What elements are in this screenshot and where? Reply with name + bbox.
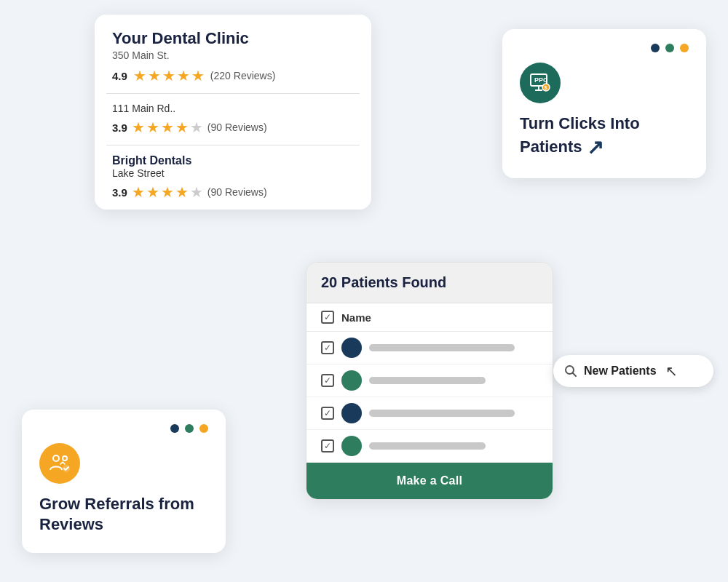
star-1: ★ [133, 67, 146, 84]
row3-name-line [369, 410, 515, 417]
search-icon [563, 364, 578, 378]
make-call-button[interactable]: Make a Call [306, 463, 553, 499]
star-2: ★ [148, 67, 161, 84]
search-text: New Patients [584, 364, 657, 378]
header-checkbox[interactable]: ✓ [321, 311, 334, 324]
svg-line-7 [573, 373, 577, 377]
sub-1-review-count: (90 Reviews) [207, 121, 267, 133]
svg-point-8 [53, 455, 59, 461]
row1-name-line [369, 344, 515, 351]
dot-green [665, 44, 674, 52]
patient-row-2: ✓ [306, 364, 553, 397]
cursor-icon: ↖ [665, 362, 678, 380]
referrals-icon [47, 451, 72, 476]
ppc-card: PPC $ Turn Clicks Into Patients ↗ [502, 29, 706, 178]
clinic-header: Your Dental Clinic 350 Main St. 4.9 ★ ★ … [95, 15, 371, 93]
clinic-address: 350 Main St. [112, 49, 354, 61]
patients-header: 20 Patients Found [306, 263, 553, 303]
row2-name-line [369, 377, 486, 384]
star-4: ★ [177, 67, 190, 84]
ppc-icon-wrap: PPC $ [520, 63, 561, 103]
rating-number: 4.9 [112, 70, 127, 82]
clinic-rating: 4.9 ★ ★ ★ ★ ★ (220 Reviews) [112, 67, 354, 84]
svg-text:$: $ [545, 85, 547, 91]
row4-avatar [341, 436, 362, 456]
col-name-label: Name [341, 311, 371, 324]
patient-row-4: ✓ [306, 430, 553, 463]
referrals-dots [39, 424, 208, 433]
ref-dot-blue [170, 424, 179, 433]
patient-row-3: ✓ [306, 397, 553, 430]
svg-point-9 [63, 456, 67, 461]
row2-avatar [341, 370, 362, 391]
row3-checkbox[interactable]: ✓ [321, 407, 334, 420]
svg-text:PPC: PPC [534, 76, 548, 84]
row4-name-line [369, 442, 486, 450]
sub-clinic-2-name: Bright Dentals [112, 154, 354, 167]
ref-dot-green [185, 424, 194, 433]
sub-clinic-1-rating: 3.9 ★ ★ ★ ★ ★ (90 Reviews) [112, 119, 354, 136]
dental-clinic-card: Your Dental Clinic 350 Main St. 4.9 ★ ★ … [95, 15, 371, 210]
clinic-name: Your Dental Clinic [112, 29, 354, 48]
referrals-card: Grow Referrals from Reviews [22, 410, 226, 553]
ppc-icon: PPC $ [529, 71, 552, 95]
sub-2-rating-num: 3.9 [112, 186, 127, 199]
ref-dot-yellow [199, 424, 208, 433]
review-count: (220 Reviews) [210, 70, 275, 81]
referrals-icon-wrap [39, 443, 80, 484]
patients-title: 20 Patients Found [321, 274, 538, 291]
sub-2-review-count: (90 Reviews) [207, 186, 267, 198]
row1-avatar [341, 338, 362, 358]
star-3: ★ [162, 67, 175, 84]
dot-blue [651, 44, 660, 52]
ppc-title: Turn Clicks Into Patients ↗ [520, 113, 689, 161]
row3-avatar [341, 403, 362, 423]
stars-row: ★ ★ ★ ★ ★ [133, 67, 205, 84]
sub-clinic-1-address: 111 Main Rd.. [112, 103, 354, 114]
referrals-title: Grow Referrals from Reviews [39, 494, 208, 535]
patients-card: 20 Patients Found ✓ Name ✓ ✓ ✓ ✓ Make a … [306, 262, 553, 500]
ppc-dots [520, 44, 689, 52]
sub-clinic-2: Bright Dentals Lake Street 3.9 ★ ★ ★ ★ ★… [95, 146, 371, 210]
search-bar[interactable]: New Patients ↖ [553, 355, 713, 387]
sub-clinic-1: 111 Main Rd.. 3.9 ★ ★ ★ ★ ★ (90 Reviews) [95, 94, 371, 145]
click-cursor-icon: ↗ [587, 135, 604, 161]
row2-checkbox[interactable]: ✓ [321, 374, 334, 387]
patient-row-1: ✓ [306, 332, 553, 364]
patients-col-header: ✓ Name [306, 303, 553, 332]
dot-yellow [680, 44, 689, 52]
star-5: ★ [191, 67, 205, 84]
row4-checkbox[interactable]: ✓ [321, 439, 334, 453]
sub-clinic-2-rating: 3.9 ★ ★ ★ ★ ★ (90 Reviews) [112, 183, 354, 201]
sub-clinic-2-address: Lake Street [112, 167, 354, 179]
sub-2-stars: ★ ★ ★ ★ ★ [132, 183, 203, 201]
row1-checkbox[interactable]: ✓ [321, 341, 334, 354]
sub-1-stars: ★ ★ ★ ★ ★ [132, 119, 203, 136]
sub-1-rating-num: 3.9 [112, 121, 127, 134]
